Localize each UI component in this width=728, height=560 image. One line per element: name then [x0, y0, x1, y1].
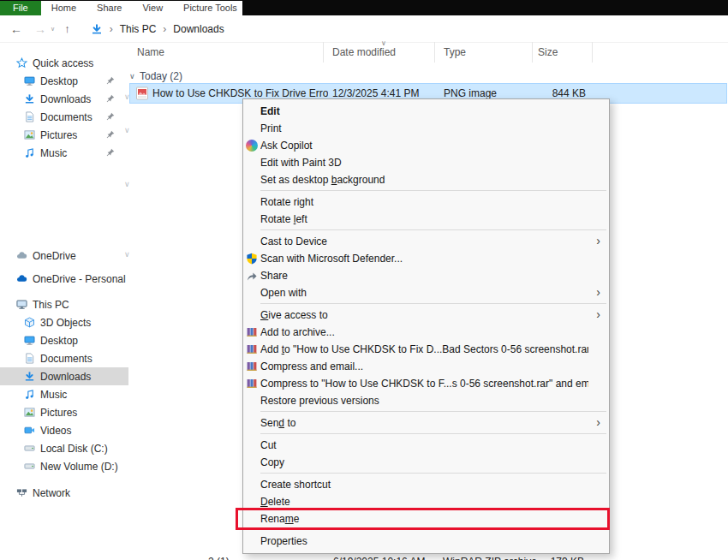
sidebar-item-label: Quick access: [33, 57, 93, 69]
menu-item-rename[interactable]: Rename: [243, 510, 609, 527]
collapse-chevron-icon[interactable]: [129, 72, 135, 80]
music-note-icon: [24, 147, 35, 158]
sidebar-item-label: Documents: [40, 111, 92, 123]
picture-icon: [24, 407, 35, 418]
sidebar-item-pc-downloads[interactable]: Downloads: [0, 367, 128, 385]
menu-item-print[interactable]: Print: [243, 120, 609, 137]
document-icon: [24, 353, 35, 364]
menu-item-copy[interactable]: Copy: [243, 454, 609, 471]
column-header-type[interactable]: Type: [435, 42, 533, 63]
pin-icon: [105, 111, 116, 122]
sort-indicator-icon: [375, 39, 392, 47]
menu-item-share[interactable]: Share: [243, 267, 609, 284]
collapse-chevron-icon: [124, 250, 130, 259]
breadcrumb-downloads[interactable]: Downloads: [173, 23, 224, 35]
sidebar-item-pc-videos[interactable]: Videos: [0, 421, 128, 439]
sidebar-item-onedrive[interactable]: OneDrive: [0, 244, 128, 267]
breadcrumb-chevron-icon: [110, 23, 113, 35]
menu-item-properties[interactable]: Properties: [243, 533, 609, 550]
sidebar-item-pc-desktop[interactable]: Desktop: [0, 331, 128, 349]
sidebar-item-qa-documents[interactable]: Documents: [0, 108, 128, 126]
menu-item-restore-previous-versions[interactable]: Restore previous versions: [243, 392, 609, 409]
sidebar-item-qa-pictures[interactable]: Pictures: [0, 126, 128, 144]
picture-icon: [24, 129, 35, 140]
menu-item-compress-to-named-and-email[interactable]: Compress to "How to Use CHKDSK to F...s …: [243, 375, 609, 392]
sidebar-item-qa-music[interactable]: Music: [0, 144, 128, 162]
menu-item-label: Copy: [260, 454, 588, 471]
menu-item-add-to-archive[interactable]: Add to archive...: [243, 324, 609, 341]
menu-item-edit-with-paint-3d[interactable]: Edit with Paint 3D: [243, 154, 609, 171]
star-icon: [16, 57, 27, 69]
submenu-arrow-icon: [588, 233, 609, 250]
menu-item-send-to[interactable]: Send to: [243, 414, 609, 432]
menu-item-label: Rotate right: [260, 194, 588, 211]
menu-item-cut[interactable]: Cut: [243, 437, 609, 454]
menu-item-cast-to-device[interactable]: Cast to Device: [243, 233, 609, 250]
menu-item-rotate-left[interactable]: Rotate left: [243, 211, 609, 228]
pin-icon: [105, 75, 116, 86]
menu-item-label: Add to archive...: [260, 324, 588, 341]
back-arrow-icon[interactable]: [10, 22, 22, 36]
sidebar-item-local-disk-c[interactable]: Local Disk (C:): [0, 439, 128, 457]
sidebar-item-new-volume-d[interactable]: New Volume (D:): [0, 457, 128, 475]
up-arrow-icon[interactable]: [64, 22, 70, 35]
sidebar-item-pc-documents[interactable]: Documents: [0, 349, 128, 367]
forward-arrow-icon[interactable]: [34, 22, 46, 36]
share-icon: [246, 270, 258, 282]
menu-item-give-access-to[interactable]: Give access to: [243, 307, 609, 324]
sidebar-item-pc-pictures[interactable]: Pictures: [0, 403, 128, 421]
file-explorer-window: File Home Share View Picture Tools This …: [0, 0, 728, 560]
menu-item-ask-copilot[interactable]: Ask Copilot: [243, 137, 609, 154]
sidebar-item-network[interactable]: Network: [0, 484, 128, 502]
tab-share[interactable]: Share: [87, 1, 132, 15]
sidebar-item-this-pc[interactable]: This PC: [0, 295, 128, 313]
menu-item-compress-and-email[interactable]: Compress and email...: [243, 358, 609, 375]
menu-item-create-shortcut[interactable]: Create shortcut: [243, 476, 609, 493]
sidebar-item-label: Network: [33, 487, 70, 499]
menu-separator: [260, 229, 606, 230]
png-file-icon: [135, 86, 149, 100]
cloud-icon: [16, 273, 27, 284]
sidebar-item-label: OneDrive - Personal: [33, 273, 126, 285]
winrar-icon: [246, 360, 258, 372]
downloads-folder-icon: [91, 23, 103, 35]
sidebar-item-label: Local Disk (C:): [40, 443, 108, 455]
column-header-name[interactable]: Name: [130, 42, 324, 63]
menu-item-label: Compress to "How to Use CHKDSK to F...s …: [260, 375, 588, 392]
menu-item-set-as-desktop-background[interactable]: Set as desktop background: [243, 171, 609, 188]
menu-item-label: Rename: [260, 510, 588, 527]
sidebar-item-3d-objects[interactable]: 3D Objects: [0, 313, 128, 331]
menu-item-rotate-right[interactable]: Rotate right: [243, 194, 609, 211]
menu-item-label: Open with: [260, 284, 588, 301]
sidebar-item-quick-access[interactable]: Quick access: [0, 54, 128, 72]
disk-drive-icon: [24, 461, 35, 472]
tab-view[interactable]: View: [132, 1, 173, 15]
pin-icon: [105, 129, 116, 140]
cloud-icon: [16, 250, 27, 261]
menu-item-label: Delete: [260, 493, 588, 510]
menu-item-add-to-named-archive[interactable]: Add to "How to Use CHKDSK to Fix D...Bad…: [243, 341, 609, 358]
tab-file[interactable]: File: [0, 1, 41, 15]
sidebar-item-onedrive-personal[interactable]: OneDrive - Personal: [0, 267, 128, 290]
tab-home[interactable]: Home: [41, 1, 87, 15]
pc-icon: [16, 299, 27, 310]
menu-item-label: Add to "How to Use CHKDSK to Fix D...Bad…: [260, 341, 588, 358]
sidebar-item-qa-downloads[interactable]: Downloads: [0, 90, 128, 108]
winrar-icon: [246, 343, 258, 355]
breadcrumb-this-pc[interactable]: This PC: [120, 23, 157, 35]
recent-locations-chevron-icon[interactable]: [51, 26, 55, 33]
menu-separator: [260, 190, 606, 191]
sidebar-item-label: New Volume (D:): [40, 461, 118, 473]
file-name-fragment: 2 (1): [208, 552, 230, 560]
menu-separator: [260, 433, 606, 434]
menu-item-delete[interactable]: Delete: [243, 493, 609, 510]
menu-item-open-with[interactable]: Open with: [243, 284, 609, 301]
menu-item-scan-with-defender[interactable]: Scan with Microsoft Defender...: [243, 250, 609, 267]
menu-item-label: Cast to Device: [260, 233, 588, 250]
sidebar-item-pc-music[interactable]: Music: [0, 385, 128, 403]
sidebar-item-qa-desktop[interactable]: Desktop: [0, 72, 128, 90]
tab-picture-tools[interactable]: Picture Tools: [173, 1, 248, 15]
column-header-size[interactable]: Size: [533, 42, 593, 63]
menu-item-label: Properties: [260, 533, 588, 550]
menu-item-edit[interactable]: Edit: [243, 103, 609, 120]
